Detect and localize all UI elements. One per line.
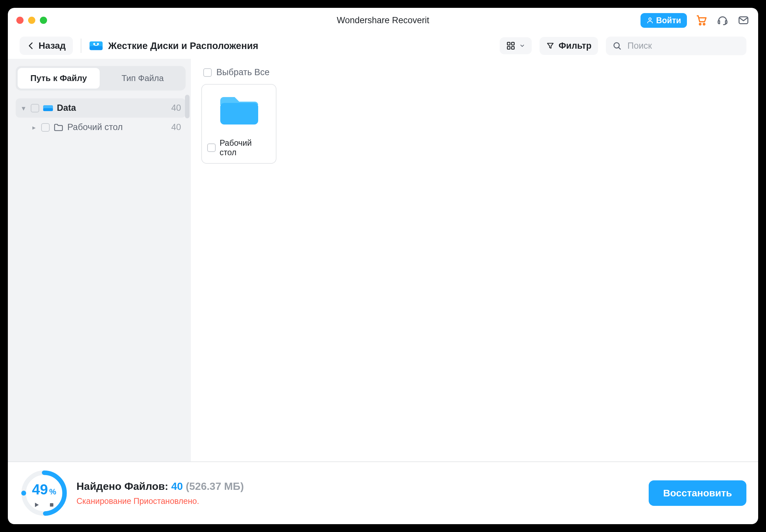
svg-point-2 <box>703 24 705 25</box>
scan-status: Сканирование Приостановлено. <box>76 496 244 506</box>
sidebar-scroll-thumb[interactable] <box>185 95 190 118</box>
caret-right-icon[interactable]: ▸ <box>31 124 37 131</box>
recover-button[interactable]: Восстановить <box>649 480 746 506</box>
filter-label: Фильтр <box>558 41 591 51</box>
bottom-bar: 49 % Найдено Файлов: 40 <box>8 461 758 524</box>
progress-text: 49 % <box>32 482 56 497</box>
search-icon <box>612 41 622 50</box>
tree-row-data[interactable]: ▾ Data 40 <box>16 98 186 118</box>
tree-count: 40 <box>171 103 181 113</box>
select-all-row[interactable]: Выбрать Все <box>201 67 748 84</box>
location-title: Жесткие Диски и Расположения <box>108 41 258 51</box>
found-count: 40 <box>171 480 183 492</box>
card-label: Рабочий стол <box>220 138 271 157</box>
tab-file-type[interactable]: Тип Файла <box>102 68 184 89</box>
svg-rect-15 <box>220 103 258 125</box>
disk-small-icon <box>43 104 53 112</box>
caret-down-icon[interactable]: ▾ <box>20 104 27 112</box>
stop-button[interactable] <box>48 501 56 509</box>
close-window-button[interactable] <box>16 17 24 24</box>
back-label: Назад <box>39 41 66 51</box>
tree-count: 40 <box>171 122 181 132</box>
sidebar: Путь к Файлу Тип Файла ▾ Data 40 ▸ <box>8 59 191 461</box>
toolbar-divider <box>81 39 81 53</box>
svg-rect-8 <box>508 42 510 45</box>
svg-rect-11 <box>512 46 514 49</box>
found-prefix: Найдено Файлов: <box>76 480 168 492</box>
maximize-window-button[interactable] <box>40 17 47 24</box>
play-button[interactable] <box>33 501 41 509</box>
login-label: Войти <box>656 16 681 25</box>
progress-indicator: 49 % <box>20 469 69 518</box>
svg-point-0 <box>649 18 651 20</box>
checkbox[interactable] <box>41 123 50 132</box>
svg-rect-9 <box>512 42 514 45</box>
search-input[interactable] <box>627 41 740 51</box>
titlebar: Wondershare Recoverit Войти <box>8 8 758 33</box>
tree-label: Рабочий стол <box>67 122 123 132</box>
card-checkbox[interactable] <box>207 143 216 152</box>
svg-rect-19 <box>50 503 54 507</box>
mail-button[interactable] <box>737 14 750 26</box>
chevron-down-icon <box>519 43 525 49</box>
support-button[interactable] <box>716 14 729 26</box>
folder-outline-icon <box>54 124 63 131</box>
checkbox[interactable] <box>31 104 39 112</box>
cart-button[interactable] <box>695 14 708 26</box>
svg-point-1 <box>699 24 701 25</box>
harddrive-icon <box>89 40 103 52</box>
minimize-window-button[interactable] <box>28 17 35 24</box>
found-files-line: Найдено Файлов: 40 (526.37 МБ) <box>76 480 244 492</box>
progress-unit: % <box>49 488 56 496</box>
progress-value: 49 <box>32 482 48 497</box>
user-icon <box>646 17 654 24</box>
grid-view-icon <box>506 41 515 50</box>
filter-icon <box>546 42 555 50</box>
location-heading: Жесткие Диски и Расположения <box>89 40 258 52</box>
svg-point-18 <box>21 491 26 496</box>
back-button[interactable]: Назад <box>20 37 73 55</box>
folder-icon <box>218 94 260 127</box>
tab-file-path[interactable]: Путь к Файлу <box>18 68 100 89</box>
search-box[interactable] <box>606 37 746 55</box>
arrow-left-icon <box>27 42 35 50</box>
view-mode-button[interactable] <box>500 37 532 54</box>
body: Путь к Файлу Тип Файла ▾ Data 40 ▸ <box>8 59 758 461</box>
svg-rect-10 <box>508 46 510 49</box>
login-button[interactable]: Войти <box>641 13 687 28</box>
found-size: (526.37 МБ) <box>186 480 244 492</box>
tree-label: Data <box>57 103 76 113</box>
filter-button[interactable]: Фильтр <box>540 37 598 55</box>
window-controls <box>16 17 47 24</box>
file-tree: ▾ Data 40 ▸ Рабочий ст <box>16 98 186 137</box>
content-area: Выбрать Все Рабочий стол <box>191 59 758 461</box>
select-all-label: Выбрать Все <box>216 67 270 77</box>
tree-row-desktop[interactable]: ▸ Рабочий стол 40 <box>16 118 186 137</box>
sidebar-tabs: Путь к Файлу Тип Файла <box>16 66 186 91</box>
status-block: Найдено Файлов: 40 (526.37 МБ) Сканирова… <box>76 480 244 506</box>
app-window: Wondershare Recoverit Войти <box>8 8 758 524</box>
results-grid: Рабочий стол <box>201 84 748 164</box>
svg-rect-5 <box>90 46 103 50</box>
toolbar: Назад Жесткие Диски и Расположения <box>8 33 758 59</box>
svg-rect-14 <box>43 108 53 111</box>
folder-card[interactable]: Рабочий стол <box>201 84 276 164</box>
select-all-checkbox[interactable] <box>203 68 212 77</box>
card-footer: Рабочий стол <box>207 138 271 157</box>
